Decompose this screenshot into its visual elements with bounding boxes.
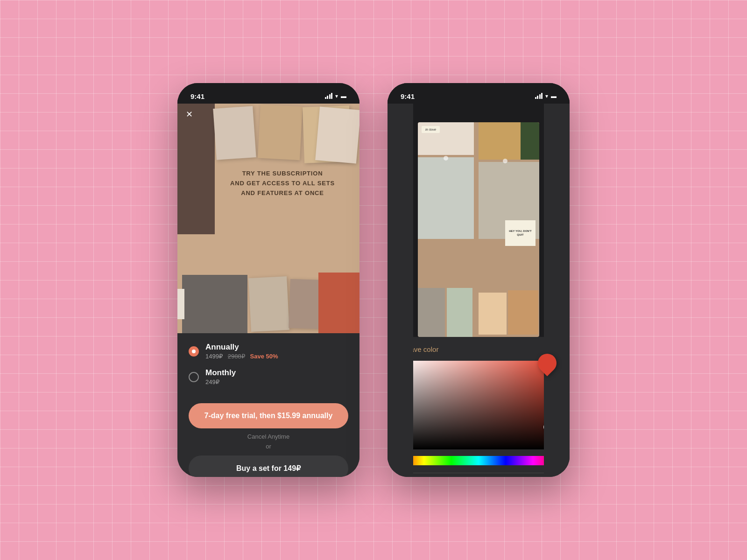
phone-2-color-picker: 9:41 ▾ ▬ in love xyxy=(388,83,570,477)
battery-icon-2: ▬ xyxy=(551,93,557,99)
cta-line2: AND GET ACCESS TO ALL SETS xyxy=(210,179,355,189)
color-picker-panel: + Save color xyxy=(388,337,570,477)
annually-radio[interactable] xyxy=(189,346,199,357)
monthly-price-value: 249₽ xyxy=(205,378,219,385)
wifi-icon: ▾ xyxy=(335,93,338,99)
annually-save: Save 50% xyxy=(250,353,278,360)
collage-photo-1 xyxy=(213,106,256,160)
board-photo-bl2 xyxy=(447,288,472,337)
separator xyxy=(397,473,560,473)
status-bar-1: 9:41 ▾ ▬ xyxy=(177,83,359,104)
board-photo-bl1 xyxy=(418,288,445,337)
hey-you-note: HEY YOU, DON'T QUIT xyxy=(505,220,536,246)
tape-dot-2 xyxy=(503,159,507,163)
annually-current-price: 1499₽ xyxy=(205,353,223,360)
annually-original-price: 2988₽ xyxy=(228,353,245,360)
tape-dot-1 xyxy=(444,156,448,161)
collage-photo-5 xyxy=(182,275,247,333)
cork-board: in love HEY YOU, DON'T QUIT xyxy=(418,122,539,337)
color-picker-gradient[interactable] xyxy=(397,361,560,449)
board-photo-interior xyxy=(418,157,474,239)
save-color-row: + Save color xyxy=(397,344,560,354)
trial-button[interactable]: 7-day free trial, then $15.99 annually xyxy=(189,403,348,428)
battery-icon: ▬ xyxy=(341,93,346,99)
left-strip xyxy=(388,83,413,477)
board-photo-br1 xyxy=(508,290,538,335)
annually-name: Annually xyxy=(205,343,348,352)
collage-photo-8 xyxy=(318,273,359,333)
board-photo-plant xyxy=(521,122,539,160)
board-photo-br2 xyxy=(479,293,507,335)
cta-line3: AND FEATURES AT ONCE xyxy=(210,189,355,198)
annually-option[interactable]: Annually 1499₽ 2988₽ Save 50% xyxy=(189,343,348,360)
close-button[interactable]: ✕ xyxy=(182,107,196,121)
monthly-radio[interactable] xyxy=(189,372,199,382)
collage-photo-9 xyxy=(177,289,184,319)
annually-details: Annually 1499₽ 2988₽ Save 50% xyxy=(205,343,348,360)
in-love-tag: in love xyxy=(422,126,440,133)
annually-price: 1499₽ 2988₽ Save 50% xyxy=(205,353,348,360)
status-icons-2: ▾ ▬ xyxy=(535,93,557,99)
subscription-panel: Annually 1499₽ 2988₽ Save 50% Monthly 24… xyxy=(177,333,359,477)
monthly-price: 249₽ xyxy=(205,378,348,385)
status-bar-2: 9:41 ▾ ▬ xyxy=(388,83,570,104)
or-text: or xyxy=(189,443,348,450)
monthly-name: Monthly xyxy=(205,368,348,378)
buy-button[interactable]: Buy a set for 149₽ xyxy=(189,455,348,477)
time-1: 9:41 xyxy=(190,92,204,100)
phone-1-subscription: 9:41 ▾ ▬ ✕ TRY THE SUBSCRIPTION AND GET … xyxy=(177,83,359,477)
status-icons-1: ▾ ▬ xyxy=(325,93,347,99)
radio-inner xyxy=(192,350,196,353)
collage-photo-6 xyxy=(248,276,289,332)
wifi-icon-2: ▾ xyxy=(545,93,548,99)
cancel-text: Cancel Anytime xyxy=(189,433,348,440)
cork-board-collage: in love HEY YOU, DON'T QUIT xyxy=(388,122,570,337)
collage-photo-2 xyxy=(258,105,303,161)
cta-overlay: TRY THE SUBSCRIPTION AND GET ACCESS TO A… xyxy=(210,169,355,198)
time-2: 9:41 xyxy=(401,92,415,100)
collage-photo-4 xyxy=(315,106,359,163)
cta-line1: TRY THE SUBSCRIPTION xyxy=(210,169,355,179)
signal-icon xyxy=(325,93,333,99)
signal-icon-2 xyxy=(535,93,543,99)
color-pin xyxy=(538,354,557,372)
monthly-details: Monthly 249₽ xyxy=(205,368,348,385)
collage-left-strip xyxy=(177,104,215,234)
collage-image: ✕ TRY THE SUBSCRIPTION AND GET ACCESS TO… xyxy=(177,104,359,333)
pin-droplet xyxy=(534,350,561,377)
monthly-option[interactable]: Monthly 249₽ xyxy=(189,368,348,385)
right-strip xyxy=(544,83,570,477)
hue-slider[interactable] xyxy=(397,456,560,465)
